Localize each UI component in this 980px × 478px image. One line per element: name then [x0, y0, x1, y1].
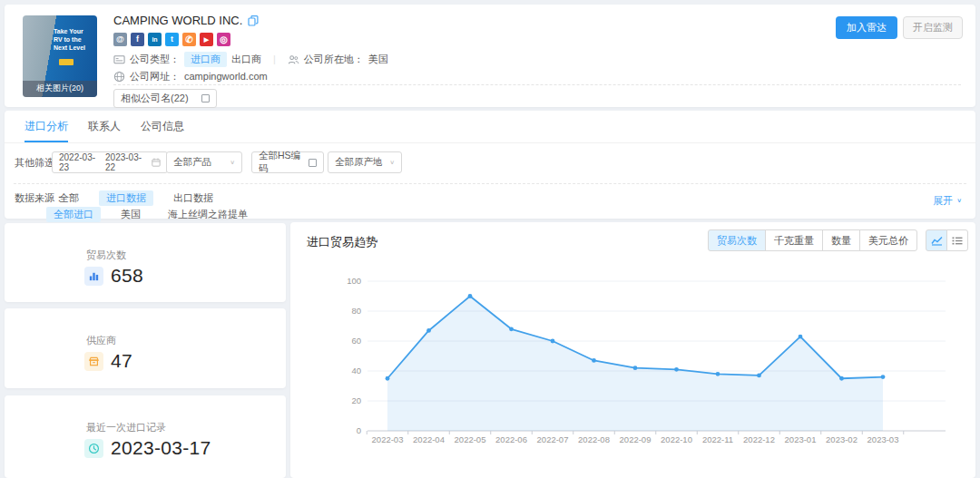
svg-text:2022-03: 2022-03	[372, 434, 404, 444]
origin-filter-select[interactable]: 全部原产地 ∨	[328, 151, 402, 173]
last-import-label: 最近一次进口记录	[86, 421, 166, 434]
browse-icon	[309, 159, 317, 167]
location-label: 公司所在地：	[304, 53, 364, 66]
svg-text:2022-11: 2022-11	[702, 434, 733, 444]
svg-text:60: 60	[351, 336, 361, 346]
tab-contacts[interactable]: 联系人	[88, 111, 121, 142]
company-type-label: 公司类型：	[130, 53, 180, 66]
bar-chart-icon	[84, 267, 103, 286]
similar-company-label: 相似公司名(22)	[121, 92, 189, 105]
calendar-icon	[152, 158, 161, 167]
datasource-all[interactable]: 全部	[52, 190, 86, 206]
location-value: 美国	[368, 53, 388, 66]
supplier-count-card: 供应商 47	[5, 308, 286, 388]
svg-text:2022-10: 2022-10	[661, 434, 692, 444]
tab-import-analysis[interactable]: 进口分析	[24, 111, 68, 142]
metric-trade-count-button[interactable]: 贸易次数	[708, 229, 766, 251]
expand-label: 展开	[933, 194, 953, 208]
metric-usd-total-button[interactable]: 美元总价	[859, 229, 917, 251]
svg-text:2022-04: 2022-04	[413, 434, 445, 444]
import-trend-card: 进口贸易趋势 贸易次数 千克重量 数量 美元总价 020406080100202…	[290, 222, 975, 478]
copy-icon[interactable]	[248, 15, 259, 26]
chevron-down-icon: ∨	[956, 198, 962, 204]
svg-text:2023-03: 2023-03	[867, 434, 899, 444]
company-header-card: Take Your RV to the Next Level 相关图片(20) …	[5, 5, 975, 107]
filter-row: 其他筛选： 2022-03-23 2023-03-22 全部产品 ∨ 全部HS编…	[5, 151, 975, 174]
hs-code-filter[interactable]: 全部HS编码	[251, 151, 324, 173]
product-filter-select[interactable]: 全部产品 ∨	[166, 151, 242, 173]
svg-text:2023-01: 2023-01	[785, 434, 817, 444]
globe-icon	[113, 71, 125, 83]
svg-text:100: 100	[347, 276, 361, 286]
tab-company-info[interactable]: 公司信息	[141, 111, 184, 142]
svg-text:2022-09: 2022-09	[620, 434, 652, 444]
line-chart-view-button[interactable]	[926, 229, 947, 251]
divider	[14, 183, 966, 184]
website-value[interactable]: campingworld.com	[184, 71, 268, 82]
facebook-icon[interactable]: f	[131, 33, 144, 46]
line-chart-icon	[931, 236, 943, 246]
product-filter-value: 全部产品	[173, 156, 211, 169]
people-icon	[288, 54, 299, 65]
add-radar-button[interactable]: 加入雷达	[836, 16, 897, 39]
datasource-import[interactable]: 进口数据	[99, 190, 153, 206]
tab-bar: 进口分析 联系人 公司信息	[5, 111, 975, 143]
company-name-row: CAMPING WORLD INC.	[113, 14, 259, 27]
exporter-tag: 出口商	[231, 53, 261, 66]
supplier-count-value: 47	[111, 350, 132, 372]
hs-code-value: 全部HS编码	[259, 150, 309, 175]
trade-count-value: 658	[111, 265, 143, 287]
last-import-value: 2023-03-17	[111, 437, 211, 459]
company-image-thumbnail[interactable]: Take Your RV to the Next Level 相关图片(20)	[23, 15, 97, 97]
shop-icon	[84, 352, 103, 371]
chevron-down-icon: ∨	[389, 159, 395, 165]
importer-tag: 进口商	[184, 52, 227, 67]
table-icon	[952, 236, 963, 246]
datasource-export[interactable]: 出口数据	[166, 190, 220, 206]
metric-kg-weight-button[interactable]: 千克重量	[765, 229, 823, 251]
svg-text:2022-08: 2022-08	[578, 434, 610, 444]
subsource-usa[interactable]: 美国	[113, 207, 148, 222]
similar-company-select[interactable]: 相似公司名(22)	[113, 89, 217, 108]
metric-quantity-button[interactable]: 数量	[822, 229, 860, 251]
date-range-picker[interactable]: 2022-03-23 2023-03-22	[52, 151, 168, 173]
analysis-panel-card: 进口分析 联系人 公司信息 其他筛选： 2022-03-23 2023-03-2…	[5, 111, 975, 219]
origin-filter-value: 全部原产地	[335, 156, 383, 169]
chart-title: 进口贸易趋势	[307, 234, 377, 250]
instagram-icon[interactable]: ◎	[217, 33, 230, 46]
divider: |	[273, 54, 276, 64]
clock-icon	[84, 439, 103, 458]
browse-icon	[201, 94, 210, 102]
metric-button-group: 贸易次数 千克重量 数量 美元总价	[708, 229, 917, 251]
subsource-silk-road[interactable]: 海上丝绸之路提单	[161, 207, 255, 222]
datasource-suboptions-row: 全部进口 美国 海上丝绸之路提单	[5, 206, 255, 222]
start-monitor-button[interactable]: 开启监测	[903, 16, 963, 39]
youtube-icon[interactable]: ▶	[200, 33, 213, 46]
svg-text:0: 0	[357, 425, 361, 435]
trade-count-label: 贸易次数	[86, 249, 126, 262]
website-label: 公司网址：	[130, 70, 180, 83]
svg-text:2022-12: 2022-12	[743, 434, 775, 444]
svg-text:40: 40	[351, 366, 361, 376]
company-type-row: 公司类型： 进口商 出口商 | 公司所在地： 美国	[113, 52, 388, 66]
import-trend-line-chart: 0204060801002022-032022-042022-052022-06…	[299, 259, 971, 478]
date-end: 2023-03-22	[105, 152, 152, 172]
datasource-options-row: 全部 进口数据 出口数据	[5, 190, 220, 206]
chevron-down-icon: ∨	[230, 159, 235, 165]
linkedin-icon[interactable]: in	[148, 33, 162, 46]
svg-text:2022-06: 2022-06	[495, 434, 527, 444]
view-toggle-group	[926, 229, 968, 251]
company-website-row: 公司网址： campingworld.com	[113, 69, 268, 83]
website-icon[interactable]: @	[113, 33, 127, 46]
phone-icon[interactable]: ✆	[182, 33, 196, 46]
twitter-icon[interactable]: t	[165, 33, 179, 46]
expand-link[interactable]: 展开 ∨	[933, 194, 962, 208]
subsource-all-import[interactable]: 全部进口	[46, 207, 101, 222]
supplier-count-label: 供应商	[86, 334, 116, 347]
last-import-card: 最近一次进口记录 2023-03-17	[5, 395, 286, 478]
svg-text:80: 80	[351, 306, 361, 316]
table-view-button[interactable]	[946, 229, 968, 251]
id-card-icon	[113, 54, 125, 65]
divider	[113, 84, 961, 85]
svg-text:20: 20	[351, 395, 361, 405]
